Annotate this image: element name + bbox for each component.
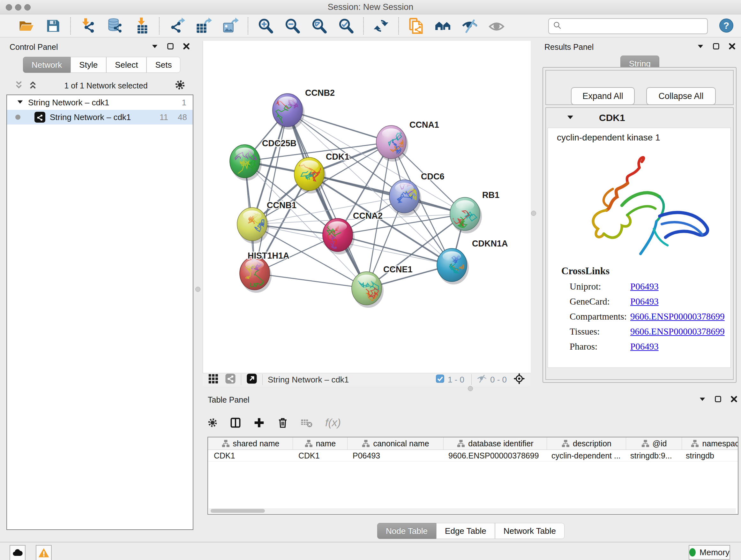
string-import-icon[interactable] xyxy=(407,17,425,35)
import-network-file-icon[interactable] xyxy=(79,17,97,35)
crosslink-value-link[interactable]: 9606.ENSP00000378699 xyxy=(630,311,725,322)
column-header-name[interactable]: name xyxy=(293,437,347,449)
crosslink-value-link[interactable]: 9606.ENSP00000378699 xyxy=(630,326,725,337)
table-horizontal-scrollbar[interactable] xyxy=(209,508,736,513)
protein-collapse-triangle-icon[interactable] xyxy=(566,113,574,122)
tab-select[interactable]: Select xyxy=(106,57,146,73)
cloud-status-button[interactable] xyxy=(10,545,25,560)
import-network-database-icon[interactable] xyxy=(106,17,124,35)
toolbar-separator xyxy=(398,17,399,35)
crosslink-value-link[interactable]: P06493 xyxy=(630,281,659,292)
save-session-icon[interactable] xyxy=(44,17,62,35)
expand-all-button[interactable]: Expand All xyxy=(571,87,635,105)
crosslink-value-link[interactable]: P06493 xyxy=(630,341,659,352)
network-edge[interactable] xyxy=(287,110,367,288)
table-cell[interactable]: 9606.ENSP00000378699 xyxy=(443,450,546,461)
column-header-description[interactable]: description xyxy=(547,437,626,449)
table-gear-icon[interactable] xyxy=(207,417,218,428)
export-table-icon[interactable] xyxy=(195,17,212,35)
network-collection-row[interactable]: String Network – cdk1 1 xyxy=(7,95,193,110)
memory-button[interactable]: Memory xyxy=(689,545,730,560)
show-all-icon[interactable] xyxy=(488,17,506,35)
network-node-CCNA1[interactable] xyxy=(376,125,408,162)
crosslink-value-link[interactable]: P06493 xyxy=(630,296,659,307)
network-node-CCNA2[interactable] xyxy=(323,219,354,254)
warning-status-button[interactable] xyxy=(36,545,52,560)
control-panel-close-icon[interactable] xyxy=(183,43,190,51)
network-node-HIST1H1A[interactable] xyxy=(240,257,272,293)
zoom-fit-icon[interactable] xyxy=(310,17,328,35)
selected-checkbox-icon[interactable] xyxy=(435,374,445,385)
column-header-canonical-name[interactable]: canonical name xyxy=(347,437,444,449)
tab-style[interactable]: Style xyxy=(71,57,106,73)
node-table[interactable]: shared namenamecanonical namedatabase id… xyxy=(207,437,738,515)
expand-all-networks-icon[interactable] xyxy=(28,80,38,91)
detach-view-icon[interactable] xyxy=(246,373,257,386)
control-panel-float-icon[interactable] xyxy=(166,43,174,51)
network-graph[interactable]: CCNB2CCNA1CDC25BCDK1CDC6RB1CCNB1CCNA2CDK… xyxy=(203,41,531,373)
import-table-file-icon[interactable] xyxy=(133,17,151,35)
add-column-icon[interactable] xyxy=(253,417,265,429)
show-all-windows-icon[interactable] xyxy=(434,17,452,35)
tab-edge-table[interactable]: Edge Table xyxy=(436,523,495,539)
network-node-CCNE1[interactable] xyxy=(352,272,384,308)
network-node-CCNB2[interactable] xyxy=(273,94,305,130)
table-cell[interactable]: stringdb:9... xyxy=(624,450,680,461)
function-builder-icon[interactable]: f(x) xyxy=(325,416,346,430)
table-cell[interactable]: stringdb xyxy=(680,450,738,461)
network-node-RB1[interactable] xyxy=(450,197,482,233)
column-header-shared-name[interactable]: shared name xyxy=(208,437,293,449)
table-row[interactable]: CDK1CDK1P064939606.ENSP00000378699cyclin… xyxy=(208,450,738,462)
birds-eye-view-icon[interactable] xyxy=(513,373,525,387)
collection-expand-triangle-icon[interactable] xyxy=(17,98,23,108)
results-panel-collapse-icon[interactable] xyxy=(697,43,704,51)
table-panel-float-icon[interactable] xyxy=(714,395,722,404)
node-label-HIST1H1A: HIST1H1A xyxy=(248,251,289,260)
collapse-all-button[interactable]: Collapse All xyxy=(646,87,716,105)
control-panel-collapse-icon[interactable] xyxy=(151,43,158,51)
refresh-network-icon[interactable] xyxy=(372,17,390,35)
left-splitter-handle[interactable] xyxy=(195,287,200,292)
grid-view-icon[interactable] xyxy=(208,373,219,386)
zoom-selected-icon[interactable] xyxy=(337,17,355,35)
scrollbar-thumb[interactable] xyxy=(211,509,265,513)
right-splitter-handle[interactable] xyxy=(531,211,536,216)
results-panel-float-icon[interactable] xyxy=(712,43,720,51)
share-view-icon[interactable] xyxy=(225,373,236,386)
network-row[interactable]: String Network – cdk1 11 48 xyxy=(7,110,193,125)
delete-table-icon[interactable] xyxy=(300,416,313,429)
zoom-in-icon[interactable] xyxy=(257,17,274,35)
column-header-namespace[interactable]: namespace xyxy=(682,437,738,449)
table-cell[interactable]: CDK1 xyxy=(293,450,347,461)
delete-column-icon[interactable] xyxy=(277,417,289,429)
column-header--id[interactable]: @id xyxy=(626,437,682,449)
network-view-canvas[interactable]: CCNB2CCNA1CDC25BCDK1CDC6RB1CCNB1CCNA2CDK… xyxy=(203,41,531,373)
network-node-CDKN1A[interactable] xyxy=(437,248,469,285)
export-network-icon[interactable] xyxy=(168,17,186,35)
network-options-gear-icon[interactable] xyxy=(174,79,186,92)
tab-node-table[interactable]: Node Table xyxy=(377,523,436,539)
table-cell[interactable]: cyclin-dependent ... xyxy=(546,450,624,461)
split-columns-icon[interactable] xyxy=(229,417,242,429)
collapse-all-networks-icon[interactable] xyxy=(14,80,23,91)
search-input[interactable] xyxy=(565,20,707,33)
results-panel-close-icon[interactable] xyxy=(728,43,736,51)
export-image-icon[interactable] xyxy=(221,17,239,35)
tab-sets[interactable]: Sets xyxy=(146,57,180,73)
protein-section-header[interactable]: CDK1 xyxy=(546,108,733,128)
table-panel-collapse-icon[interactable] xyxy=(699,395,706,404)
horizontal-splitter-handle[interactable] xyxy=(468,386,473,391)
table-panel-close-icon[interactable] xyxy=(730,395,738,404)
network-node-CDK1[interactable] xyxy=(294,158,326,193)
tab-network[interactable]: Network xyxy=(23,57,71,73)
table-cell[interactable]: CDK1 xyxy=(208,450,293,461)
help-button[interactable]: ? xyxy=(719,18,734,33)
column-header-database-identifier[interactable]: database identifier xyxy=(444,437,547,449)
table-cell[interactable]: P06493 xyxy=(347,450,443,461)
open-session-icon[interactable] xyxy=(17,17,35,35)
hidden-eye-slash-icon[interactable] xyxy=(477,374,487,386)
hide-selected-icon[interactable] xyxy=(461,17,479,35)
tab-network-table[interactable]: Network Table xyxy=(495,523,564,539)
zoom-out-icon[interactable] xyxy=(283,17,301,35)
network-node-CDC25B[interactable] xyxy=(230,145,262,181)
